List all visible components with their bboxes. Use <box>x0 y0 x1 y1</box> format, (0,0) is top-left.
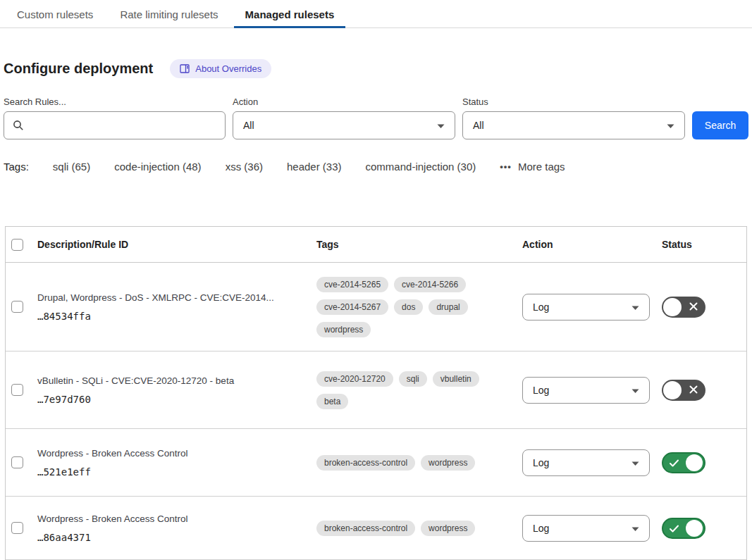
column-header-status: Status <box>662 239 746 250</box>
search-icon <box>13 120 24 131</box>
table-row: vBulletin - SQLi - CVE:CVE-2020-12720 - … <box>6 351 746 429</box>
tag-filter-header[interactable]: header (33) <box>287 161 342 173</box>
status-filter-value: All <box>473 120 484 131</box>
page-header: Configure deployment About Overrides <box>4 59 748 78</box>
x-icon <box>689 301 698 314</box>
select-all-checkbox[interactable] <box>11 239 23 251</box>
book-icon <box>180 64 190 73</box>
rule-id: …7e97d760 <box>37 394 300 405</box>
rule-status-toggle[interactable] <box>662 518 705 539</box>
rule-action-select[interactable]: Log <box>522 515 650 542</box>
rule-action-value: Log <box>533 301 549 313</box>
filter-bar: Search Rules... Action All Status All <box>4 97 748 139</box>
chevron-down-icon <box>631 385 639 396</box>
chevron-down-icon <box>631 301 639 313</box>
page-title: Configure deployment <box>4 61 153 77</box>
tag-filter-xss[interactable]: xss (36) <box>226 161 263 173</box>
rule-id: …86aa4371 <box>37 532 300 543</box>
chevron-down-icon <box>437 120 445 131</box>
rule-tag: cve-2020-12720 <box>316 371 393 387</box>
action-filter-value: All <box>243 120 254 131</box>
search-rules-label: Search Rules... <box>4 97 226 107</box>
toggle-knob <box>663 298 682 316</box>
ruleset-tabs: Custom rulesets Rate limiting rulesets M… <box>0 0 752 28</box>
rule-tag: wordpress <box>421 455 475 471</box>
toggle-knob <box>686 520 703 537</box>
column-header-description: Description/Rule ID <box>37 239 316 250</box>
rule-status-toggle[interactable] <box>662 380 705 401</box>
rule-description: Wordpress - Broken Access Control <box>37 448 300 459</box>
ellipsis-icon: ••• <box>500 161 512 172</box>
row-checkbox[interactable] <box>11 301 23 313</box>
rule-id: …521e1eff <box>37 466 300 478</box>
more-tags-button[interactable]: ••• More tags <box>500 161 565 173</box>
tab-managed-rulesets[interactable]: Managed rulesets <box>234 0 346 27</box>
rule-status-toggle[interactable] <box>662 452 705 473</box>
table-header: Description/Rule ID Tags Action Status <box>6 227 746 263</box>
action-filter-select[interactable]: All <box>233 111 455 139</box>
rule-tag: cve-2014-5266 <box>394 277 466 292</box>
rule-description: Wordpress - Broken Access Control <box>37 514 300 524</box>
about-overrides-link[interactable]: About Overrides <box>170 59 271 78</box>
tag-filter-sqli[interactable]: sqli (65) <box>53 161 90 173</box>
about-overrides-label: About Overrides <box>195 63 261 74</box>
rules-table: Description/Rule ID Tags Action Status D… <box>5 226 747 560</box>
status-filter-label: Status <box>462 97 685 107</box>
x-icon <box>689 385 698 397</box>
rule-id: …84534ffa <box>37 311 300 322</box>
row-checkbox[interactable] <box>11 384 23 396</box>
rule-action-select[interactable]: Log <box>522 377 650 404</box>
rule-action-value: Log <box>533 523 549 534</box>
row-checkbox[interactable] <box>11 456 23 468</box>
table-row: Wordpress - Broken Access Control …521e1… <box>6 429 746 497</box>
rule-tag: dos <box>394 299 423 315</box>
rule-tag: drupal <box>429 299 467 315</box>
rule-tag: cve-2014-5265 <box>316 277 388 292</box>
chevron-down-icon <box>631 457 639 468</box>
rule-description: vBulletin - SQLi - CVE:CVE-2020-12720 - … <box>37 375 300 386</box>
rule-tag: beta <box>316 394 348 409</box>
tags-bar-label: Tags: <box>4 161 29 173</box>
rule-tag: sqli <box>399 371 427 387</box>
check-icon <box>669 523 679 536</box>
tags-bar: Tags: sqli (65) code-injection (48) xss … <box>4 161 748 173</box>
rule-tag: cve-2014-5267 <box>316 299 388 315</box>
toggle-knob <box>686 454 703 471</box>
rule-action-value: Log <box>533 385 549 396</box>
tag-filter-command-injection[interactable]: command-injection (30) <box>366 161 476 173</box>
more-tags-label: More tags <box>518 161 565 173</box>
tab-custom-rulesets[interactable]: Custom rulesets <box>6 0 104 27</box>
column-header-action: Action <box>522 239 662 250</box>
action-filter-label: Action <box>233 97 455 107</box>
table-row: Wordpress - Broken Access Control …86aa4… <box>6 497 746 560</box>
rule-status-toggle[interactable] <box>662 297 705 318</box>
rule-tag: wordpress <box>421 521 475 536</box>
table-row: Drupal, Wordpress - DoS - XMLRPC - CVE:C… <box>6 263 746 351</box>
check-icon <box>669 458 679 471</box>
rule-tag: broken-access-control <box>316 455 415 471</box>
chevron-down-icon <box>631 523 639 534</box>
row-checkbox[interactable] <box>11 522 23 534</box>
rule-tag: vbulletin <box>433 371 479 387</box>
column-header-tags: Tags <box>316 239 522 250</box>
search-rules-input[interactable] <box>4 111 226 139</box>
tab-rate-limiting-rulesets[interactable]: Rate limiting rulesets <box>109 0 229 27</box>
toggle-knob <box>663 381 682 399</box>
chevron-down-icon <box>667 120 674 131</box>
rule-action-value: Log <box>533 457 549 468</box>
rule-description: Drupal, Wordpress - DoS - XMLRPC - CVE:C… <box>37 292 300 303</box>
tag-filter-code-injection[interactable]: code-injection (48) <box>114 161 201 173</box>
rule-tag: broken-access-control <box>316 521 415 536</box>
search-button[interactable]: Search <box>692 111 748 139</box>
rule-tag: wordpress <box>316 322 371 337</box>
rule-action-select[interactable]: Log <box>522 294 650 321</box>
rule-action-select[interactable]: Log <box>522 449 650 476</box>
status-filter-select[interactable]: All <box>462 111 685 139</box>
